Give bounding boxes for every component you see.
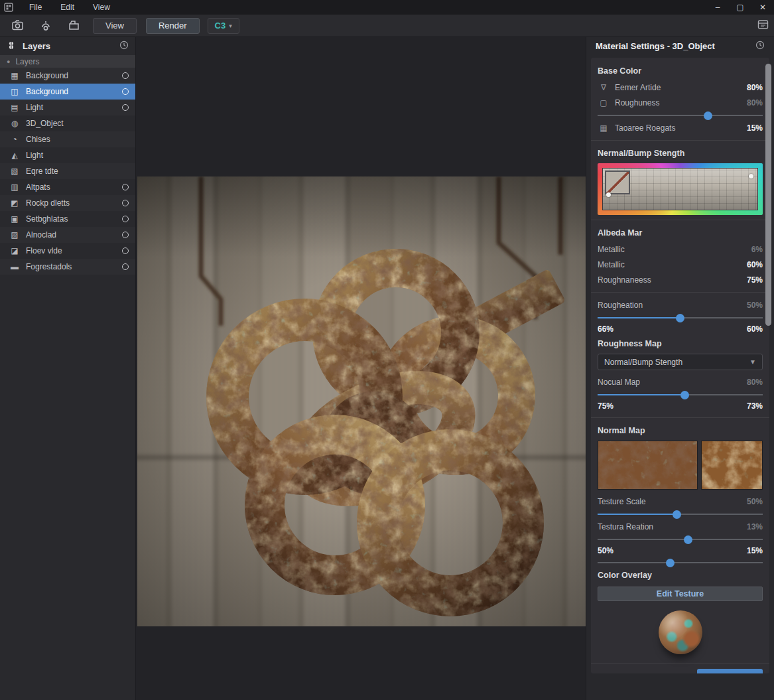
slider-thumb[interactable] [676,314,684,322]
layer-row-eqre-tdte[interactable]: ▧ Eqre tdte [0,163,135,179]
slider-track [598,115,763,116]
visibility-icon[interactable] [122,200,129,206]
roughness-slider[interactable] [598,110,763,120]
edit-texture-button[interactable]: Edit Testure [598,587,763,601]
maximize-button[interactable]: ▢ [729,0,751,15]
slider-thumb[interactable] [673,510,681,519]
layer-row-light-2[interactable]: ◭ Light [0,147,135,163]
menu-view[interactable]: View [84,0,119,15]
color-picker[interactable] [598,163,763,215]
picker-handle[interactable] [749,174,753,178]
camera-icon[interactable] [8,18,28,34]
section-bump-strength: Nermal/Bump Stength [598,145,763,162]
testura-reation-slider[interactable] [598,534,763,544]
testura-reation-slider-2[interactable] [598,557,763,567]
visibility-icon[interactable] [122,72,129,79]
roughness-map-dropdown[interactable]: Normal/Bump Stength ▼ [598,354,763,370]
table-icon: ▦ [598,123,610,133]
render-image[interactable] [137,176,586,626]
material-panel-title: Material Settings - 3D_Object [596,41,715,51]
minimize-button[interactable]: – [706,0,729,15]
chevron-down-icon: ▾ [229,23,232,29]
menu-file[interactable]: File [20,0,51,15]
nocual-map-slider[interactable] [598,389,763,399]
layer-row-rockp-dletts[interactable]: ◩ Rockp dletts [0,195,135,211]
slider-thumb[interactable] [684,535,692,544]
material-preview-wrap [598,605,763,658]
bell-icon[interactable] [36,18,56,34]
color-picker-thumbnail[interactable] [605,171,630,194]
visibility-icon[interactable] [122,263,129,270]
layer-row-floev-vlde[interactable]: ◪ Floev vlde [0,243,135,259]
visibility-icon[interactable] [122,232,129,238]
property-label: Testura Reation [598,522,653,531]
property-value: 13% [747,522,763,531]
property-row-nocual-map[interactable]: Nocual Map 80% [598,374,763,389]
layer-row-altpats[interactable]: ▥ Altpats [0,179,135,195]
layer-row-light-1[interactable]: ▤ Light [0,100,135,115]
layer-label: Light [26,103,43,112]
folder-icon[interactable] [64,18,84,34]
slider-thumb[interactable] [680,391,689,399]
history-icon[interactable] [119,40,129,52]
layer-label: Rockp dletts [26,198,70,208]
bullet-icon: ● [7,58,10,65]
layer-row-background-2[interactable]: ◫ Background [0,84,135,100]
layers-group-row[interactable]: ● Layers [0,55,135,68]
menu-edit[interactable]: Edit [51,0,84,15]
window-controls: – ▢ ✕ [706,0,774,15]
texture-thumbnail-small[interactable] [701,441,763,490]
layer-label: Setbghlatas [26,214,68,224]
property-value: 6% [751,245,763,254]
edit-teelure-button[interactable]: Edit Teelure [697,669,763,673]
visibility-icon[interactable] [122,216,129,222]
color-picker-swatches[interactable] [602,168,758,210]
material-preview-sphere[interactable] [659,610,702,654]
rougheation-slider[interactable] [598,313,763,322]
property-row-metallic-1[interactable]: Metallic 6% [598,242,763,257]
panel-scrollbar[interactable] [765,64,771,326]
property-row-rougheation[interactable]: Rougheation 50% [598,297,763,313]
testure-scale-slider[interactable] [598,509,763,519]
slider-thumb[interactable] [666,559,675,567]
layer-row-3d-object[interactable]: ◍ 3D_Object [0,115,135,131]
property-row-roughuness[interactable]: ▢ Roughuness 80% [598,95,763,110]
layer-row-background-1[interactable]: ▦ Background [0,68,135,84]
property-row-metallic-2[interactable]: Metallic 60% [598,257,763,272]
pattern-icon: ▨ [9,230,20,240]
picker-handle[interactable] [606,192,611,197]
property-label: Testure Scale [598,497,646,506]
property-row-testura-reation[interactable]: Testura Reation 13% [598,519,763,534]
panel-toggle-icon[interactable] [757,19,769,33]
property-row-taoaree[interactable]: ▦ Taoaree Roegats 15% [598,120,763,135]
close-button[interactable]: ✕ [751,0,774,15]
history-icon[interactable] [755,40,765,52]
slider-thumb[interactable] [704,111,712,120]
visibility-icon[interactable] [122,184,129,190]
property-row-roughnaneess[interactable]: Roughnaneess 75% [598,272,763,287]
property-row-testure-scale[interactable]: Testure Scale 50% [598,494,763,509]
view-button[interactable]: View [93,18,137,34]
layer-row-fogrestadols[interactable]: ▬ Fogrestadols [0,259,135,275]
render-mode-dropdown[interactable]: C3 ▾ [208,18,239,34]
property-label: Metallic [598,245,625,254]
render-button[interactable]: Render [146,18,200,34]
normal-map-thumbnails [598,441,763,490]
layer-label: 3D_Object [26,119,64,128]
layer-row-setbghlatas[interactable]: ▣ Setbghlatas [0,211,135,227]
property-label: Roughnaneess [598,275,651,285]
viewport[interactable] [137,37,586,700]
property-value: 75% [747,275,763,285]
property-row-eemer-artide[interactable]: ∇ Eemer Artide 80% [598,80,763,95]
layer-row-chises[interactable]: ◔ Chises [0,131,135,147]
vignette-overlay [137,176,586,626]
visibility-icon[interactable] [122,247,129,254]
layer-row-alnoclad[interactable]: ▨ Alnoclad [0,227,135,243]
visibility-icon[interactable] [122,104,129,111]
divider [591,292,769,293]
footer-row: Tiendedes: Edit Teelure [598,668,763,673]
filter-icon: ∇ [598,83,610,92]
texture-thumbnail-large[interactable] [598,441,698,490]
visibility-icon[interactable] [122,88,129,95]
folder-icon: ◪ [9,246,20,255]
